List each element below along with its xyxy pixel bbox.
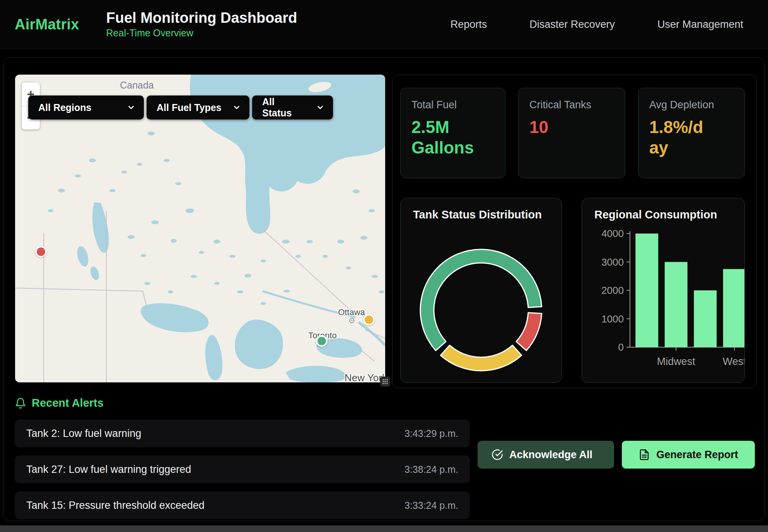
marker-green[interactable] (316, 335, 328, 347)
map-filter-bar: All Regions All Fuel Types All Status (28, 95, 333, 119)
chart-title: Tank Status Distribution (413, 208, 549, 221)
map-resize-handle[interactable] (380, 377, 390, 387)
stat-value: 1.8%/day (649, 117, 707, 158)
file-text-icon (638, 449, 650, 460)
stat-card-avg-depletion: Avg Depletion 1.8%/day (638, 88, 745, 178)
marker-red[interactable] (35, 246, 47, 257)
stats-row: Total Fuel 2.5M Gallons Critical Tanks 1… (400, 88, 744, 178)
bar-chart: 01000200030004000MidwestWest (594, 227, 732, 375)
fuel-type-filter-value: All Fuel Types (157, 102, 222, 113)
stat-value: 2.5M Gallons (411, 117, 494, 158)
marker-yellow[interactable] (363, 314, 375, 326)
alert-time: 3:43:29 p.m. (404, 428, 458, 439)
header-titles: Fuel Monitoring Dashboard Real-Time Over… (106, 10, 297, 39)
regional-consumption-chart-card: Regional Consumption 01000200030004000Mi… (582, 198, 745, 383)
page-title: Fuel Monitoring Dashboard (106, 10, 297, 26)
bar-y-tick-label: 4000 (601, 228, 624, 239)
map-label-canada: Canada (120, 80, 154, 90)
brand-logo[interactable]: AirMatrix (15, 16, 79, 33)
stat-card-critical-tanks: Critical Tanks 10 (518, 88, 625, 178)
app-header: AirMatrix Fuel Monitoring Dashboard Real… (0, 0, 768, 49)
alert-time: 3:33:24 p.m. (404, 500, 458, 511)
ottawa-town-dot-center (351, 320, 353, 321)
stat-label: Total Fuel (411, 99, 494, 111)
status-filter-dropdown[interactable]: All Status (252, 95, 333, 119)
alert-actions: Acknowledge All Generate Report (478, 441, 755, 469)
donut-segment-red (516, 313, 542, 351)
acknowledge-all-button[interactable]: Acknowledge All (478, 441, 614, 469)
region-filter-dropdown[interactable]: All Regions (28, 95, 144, 119)
map-label-ottawa: Ottawa (338, 307, 365, 317)
recent-alerts-section: Recent Alerts Tank 2: Low fuel warning 3… (15, 390, 470, 527)
nav-item-disaster-recovery[interactable]: Disaster Recovery (529, 19, 615, 31)
page-subtitle: Real-Time Overview (106, 27, 297, 39)
chevron-down-icon (127, 103, 135, 112)
bar-3 (723, 269, 745, 347)
chevron-down-icon (316, 103, 324, 112)
acknowledge-all-label: Acknowledge All (509, 449, 592, 461)
tank-status-chart-card: Tank Status Distribution (400, 198, 562, 383)
bottom-bar (0, 525, 768, 532)
stat-value: 10 (529, 117, 614, 138)
status-filter-value: All Status (262, 96, 305, 119)
top-nav: Reports Disaster Recovery User Managemen… (451, 19, 755, 31)
nav-item-reports[interactable]: Reports (451, 19, 487, 31)
fuel-type-filter-dropdown[interactable]: All Fuel Types (147, 95, 249, 119)
drag-dots-icon (382, 378, 389, 385)
map-panel[interactable]: Canada Ottawa Toronto New York + − All R… (15, 75, 385, 382)
bar-0 (635, 234, 658, 347)
donut-chart (413, 244, 549, 376)
bar-y-tick-label: 1000 (601, 313, 624, 325)
check-circle-icon (492, 449, 503, 460)
bar-2 (694, 290, 717, 347)
stat-label: Critical Tanks (529, 99, 614, 111)
alert-text: Tank 2: Low fuel warning (26, 428, 141, 440)
alert-text: Tank 15: Pressure threshold exceeded (26, 500, 205, 512)
alert-row[interactable]: Tank 2: Low fuel warning 3:43:29 p.m. (15, 419, 470, 447)
alerts-title: Recent Alerts (32, 397, 104, 409)
generate-report-label: Generate Report (656, 449, 738, 461)
chevron-down-icon (232, 103, 241, 112)
map-canvas[interactable]: Canada Ottawa Toronto New York (15, 75, 385, 382)
alert-time: 3:38:24 p.m. (404, 464, 458, 475)
fuel-dashboard: AirMatrix Fuel Monitoring Dashboard Real… (0, 0, 768, 532)
map-basemap: Canada Ottawa Toronto New York (15, 75, 385, 382)
bar-y-tick-label: 3000 (601, 256, 624, 268)
bar-x-tick-label: Midwest (657, 356, 696, 367)
generate-report-button[interactable]: Generate Report (622, 441, 755, 469)
nav-item-user-management[interactable]: User Management (657, 19, 743, 31)
alert-text: Tank 27: Low fuel warning triggered (26, 464, 191, 476)
bell-icon (15, 397, 26, 409)
donut-segment-yellow (440, 345, 521, 371)
bar-y-tick-label: 2000 (601, 285, 624, 296)
region-filter-value: All Regions (38, 102, 92, 113)
stat-card-total-fuel: Total Fuel 2.5M Gallons (400, 88, 505, 178)
alerts-header: Recent Alerts (15, 397, 470, 409)
bar-x-tick-label: West (723, 356, 745, 367)
alert-row[interactable]: Tank 27: Low fuel warning triggered 3:38… (15, 455, 470, 483)
bar-y-tick-label: 0 (618, 341, 624, 353)
charts-row: Tank Status Distribution Regional Consum… (400, 198, 744, 383)
alert-row[interactable]: Tank 15: Pressure threshold exceeded 3:3… (15, 491, 470, 519)
chart-title: Regional Consumption (594, 208, 732, 221)
bar-1 (665, 262, 688, 348)
stat-label: Avg Depletion (649, 99, 734, 111)
metrics-panel: Total Fuel 2.5M Gallons Critical Tanks 1… (392, 75, 757, 388)
map-label-new-york: New York (345, 372, 385, 382)
